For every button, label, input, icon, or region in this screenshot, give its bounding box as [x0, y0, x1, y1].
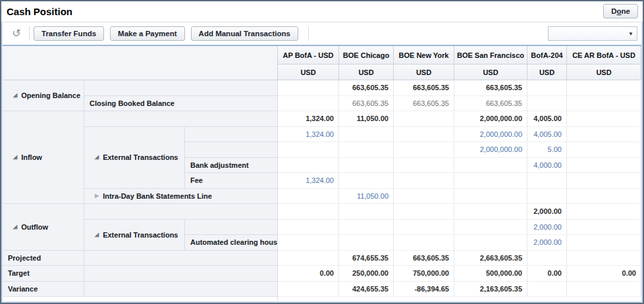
currency-header: USD [454, 64, 527, 80]
make-a-payment-button[interactable]: Make a Payment [110, 26, 185, 41]
collapse-icon[interactable]: ◢ [13, 93, 17, 98]
row-header-inflow[interactable]: ◢Inflow [3, 111, 84, 204]
cell-link[interactable] [567, 235, 641, 251]
cell: 2,000,000.00 [454, 111, 527, 127]
row-header-blank [84, 204, 278, 220]
cell-link[interactable] [278, 235, 339, 251]
cell: 0.00 [527, 266, 567, 282]
cell-link[interactable] [567, 158, 641, 174]
cell-link[interactable] [394, 189, 454, 205]
cell [278, 80, 339, 96]
dropdown-arrow-icon: ▼ [628, 31, 633, 37]
cell-link[interactable] [454, 220, 527, 236]
cell: 663,605.35 [394, 80, 454, 96]
cell-link[interactable] [394, 235, 454, 251]
row-header-external-transactions-outflow[interactable]: ◢External Transactions [84, 220, 185, 251]
cell-link[interactable] [394, 220, 454, 236]
add-manual-transactions-button[interactable]: Add Manual Transactions [191, 26, 298, 41]
cell-link[interactable] [394, 173, 454, 189]
done-button[interactable]: Done [603, 4, 638, 18]
row-header-fee[interactable]: Fee [185, 173, 278, 189]
cell: 663,605.35 [454, 80, 527, 96]
cell-link[interactable] [454, 173, 527, 189]
cell-link[interactable]: 5.00 [527, 142, 567, 158]
cell-link[interactable] [339, 142, 394, 158]
cell: 663,605.35 [394, 96, 454, 112]
cell-link[interactable] [339, 235, 394, 251]
cell-link[interactable]: 1,324.00 [278, 127, 339, 143]
cell-link[interactable]: 2,000.00 [527, 220, 567, 236]
title-bar: Cash Position Done [1, 1, 643, 22]
page-title: Cash Position [1, 6, 72, 17]
row-header-outflow[interactable]: ◢Outflow [3, 204, 84, 251]
cell-link[interactable] [278, 189, 339, 205]
refresh-icon[interactable]: ↺ [8, 28, 25, 39]
cell-link[interactable] [454, 189, 527, 205]
cell-link[interactable] [567, 189, 641, 205]
cell [527, 282, 567, 297]
collapse-icon[interactable]: ◢ [13, 155, 17, 160]
cell-link[interactable] [567, 127, 641, 143]
cell-link[interactable] [454, 235, 527, 251]
row-header-blank [84, 80, 278, 96]
collapse-icon[interactable]: ◢ [13, 224, 17, 230]
row-header-blank [84, 111, 278, 127]
collapse-icon[interactable]: ◢ [95, 232, 99, 238]
cell-link[interactable] [567, 142, 641, 158]
column-header[interactable]: BofA-204 [527, 46, 567, 64]
cell: 2,000.00 [527, 204, 567, 220]
cell-link[interactable] [394, 142, 454, 158]
cell [567, 251, 641, 266]
column-header[interactable]: BOE New York [394, 46, 454, 64]
toolbar: ↺ Transfer Funds Make a Payment Add Manu… [3, 22, 641, 45]
cell-link[interactable]: 4,005.00 [527, 127, 567, 143]
cell-link[interactable]: 1,324.00 [278, 173, 339, 189]
cell-link[interactable]: 11,050.00 [339, 189, 394, 205]
column-header[interactable]: AP BofA - USD [278, 46, 339, 64]
cell: 11,050.00 [339, 111, 394, 127]
row-header-projected: Projected [3, 251, 84, 266]
cell-link[interactable] [394, 158, 454, 174]
view-selector-dropdown[interactable]: ▼ [548, 26, 637, 41]
cell-link[interactable] [454, 158, 527, 174]
row-header-blank [84, 266, 278, 282]
cell-link[interactable] [527, 173, 567, 189]
row-header-intra-day-bank-statements-line[interactable]: ▶Intra-Day Bank Statements Line [84, 189, 278, 205]
cell-link[interactable]: 2,000,000.00 [454, 127, 527, 143]
cell: -86,394.65 [394, 282, 454, 297]
row-header-external-transactions-inflow[interactable]: ◢External Transactions [84, 127, 185, 189]
cell-link[interactable] [527, 189, 567, 205]
cell [454, 204, 527, 220]
collapse-icon[interactable]: ◢ [95, 155, 99, 160]
cell: 4,005.00 [527, 111, 567, 127]
row-header-closing-booked-balance[interactable]: Closing Booked Balance [84, 96, 278, 112]
cell-link[interactable] [567, 173, 641, 189]
cell [567, 96, 641, 112]
cash-position-window: Cash Position Done ↺ Transfer Funds Make… [0, 0, 644, 304]
cell-link[interactable] [339, 127, 394, 143]
row-header-bank-adjustment[interactable]: Bank adjustment [185, 158, 278, 174]
cell-link[interactable] [394, 127, 454, 143]
column-header[interactable]: BOE Chicago [339, 46, 394, 64]
cell-link[interactable] [339, 158, 394, 174]
row-header-automated-clearing-house[interactable]: Automated clearing house [185, 235, 278, 251]
cell-link[interactable] [278, 142, 339, 158]
cell-link[interactable]: 4,000.00 [527, 158, 567, 174]
cell-link[interactable]: 2,000.00 [527, 235, 567, 251]
column-header[interactable]: BOE San Francisco [454, 46, 527, 64]
cell-link[interactable]: 2,000,000.00 [454, 142, 527, 158]
cell: 663,605.35 [454, 96, 527, 112]
cell-link[interactable] [278, 220, 339, 236]
cell-link[interactable] [339, 173, 394, 189]
expand-icon[interactable]: ▶ [95, 193, 99, 199]
cell-link[interactable] [339, 220, 394, 236]
cell [527, 251, 567, 266]
cell [278, 282, 339, 297]
cell-link[interactable] [567, 220, 641, 236]
cell-link[interactable] [278, 158, 339, 174]
row-header-opening-balance[interactable]: ◢Opening Balance [3, 80, 84, 111]
cell: 0.00 [567, 266, 641, 282]
column-header[interactable]: CE AR BofA - USD [567, 46, 641, 64]
transfer-funds-button[interactable]: Transfer Funds [34, 26, 104, 41]
cell: 2,663,605.35 [454, 251, 527, 266]
